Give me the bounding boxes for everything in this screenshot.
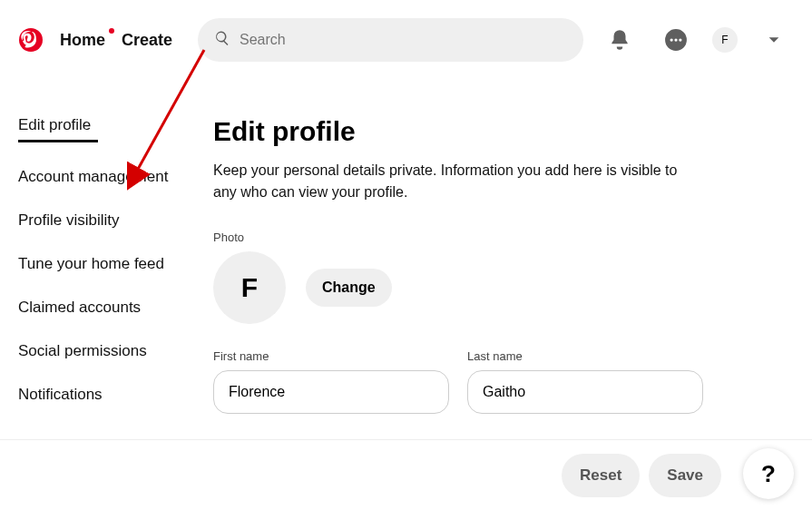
chat-icon	[664, 28, 688, 52]
sidebar-item-label: Edit profile	[18, 116, 91, 133]
first-name-label: First name	[213, 349, 449, 363]
page-subtitle: Keep your personal details private. Info…	[213, 160, 685, 203]
help-button[interactable]: ?	[743, 448, 794, 499]
sidebar-item-tune-home-feed[interactable]: Tune your home feed	[18, 255, 204, 299]
nav-home[interactable]: Home	[60, 31, 105, 50]
nav-home-label: Home	[60, 31, 105, 49]
name-row: First name Last name	[213, 349, 794, 414]
main: Edit profile Keep your personal details …	[204, 116, 794, 429]
svg-point-4	[679, 38, 681, 41]
svg-point-0	[19, 28, 43, 52]
footer: Reset Save	[0, 439, 812, 510]
photo-row: F Change	[213, 251, 794, 324]
sidebar-item-account-management[interactable]: Account management	[18, 168, 204, 211]
sidebar-item-edit-profile[interactable]: Edit profile	[18, 116, 204, 168]
last-name-input[interactable]	[467, 370, 703, 414]
last-name-group: Last name	[467, 349, 703, 414]
save-button[interactable]: Save	[649, 454, 721, 497]
first-name-group: First name	[213, 349, 449, 414]
content: Edit profile Account management Profile …	[0, 116, 812, 429]
avatar: F	[213, 251, 286, 324]
last-name-label: Last name	[467, 349, 703, 363]
sidebar-item-notifications[interactable]: Notifications	[18, 386, 204, 429]
active-underline	[18, 140, 98, 142]
svg-point-2	[670, 38, 673, 41]
account-menu-button[interactable]	[754, 20, 794, 60]
page-title: Edit profile	[213, 116, 794, 147]
sidebar: Edit profile Account management Profile …	[18, 116, 204, 429]
messages-button[interactable]	[656, 20, 696, 60]
change-photo-button[interactable]: Change	[306, 269, 392, 307]
nav-create[interactable]: Create	[122, 31, 172, 50]
svg-point-3	[674, 38, 677, 41]
pinterest-icon	[19, 28, 43, 52]
avatar-small[interactable]: F	[712, 27, 738, 53]
bell-icon	[608, 28, 631, 52]
photo-label: Photo	[213, 230, 794, 244]
chevron-down-icon	[767, 33, 781, 47]
pinterest-logo[interactable]	[18, 27, 44, 53]
search-icon	[214, 30, 230, 50]
sidebar-item-social-permissions[interactable]: Social permissions	[18, 342, 204, 386]
search-bar[interactable]	[198, 18, 583, 62]
first-name-input[interactable]	[213, 370, 449, 414]
sidebar-item-claimed-accounts[interactable]: Claimed accounts	[18, 299, 204, 342]
reset-button[interactable]: Reset	[562, 454, 640, 497]
notifications-button[interactable]	[600, 20, 640, 60]
notification-dot-icon	[109, 28, 114, 34]
search-input[interactable]	[240, 32, 567, 48]
sidebar-item-profile-visibility[interactable]: Profile visibility	[18, 211, 204, 255]
header: Home Create F	[0, 0, 812, 71]
